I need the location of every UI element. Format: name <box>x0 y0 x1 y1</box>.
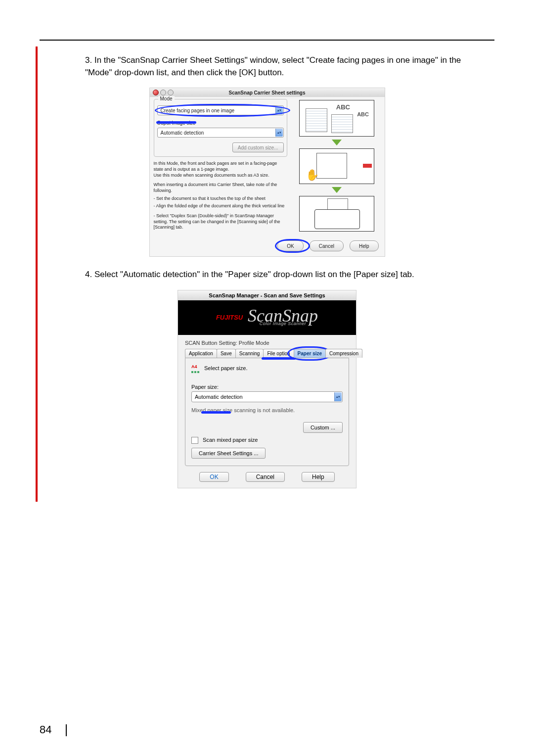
mode-label: Mode <box>158 96 175 101</box>
dropdown-arrows-icon: ▴▾ <box>334 392 342 401</box>
cancel-button[interactable]: Cancel <box>310 240 344 251</box>
mode-fieldset: Mode Create facing pages in one image ▴▾… <box>154 99 287 157</box>
dialog-right-pane: ABC ABC ✋ <box>291 97 385 237</box>
scansnap-logo: ScanSnap Color Image Scanner <box>248 310 318 325</box>
step-3-number: 3. <box>85 55 92 65</box>
info-bullet-1: - Set the document so that it touches th… <box>154 196 287 202</box>
step-4-number: 4. <box>85 270 92 279</box>
tab-compression[interactable]: Compression <box>325 349 362 358</box>
page-number: 84 <box>40 723 67 736</box>
output-size-value: Automatic detection <box>161 130 204 136</box>
output-size-label: Ouput image size <box>157 120 196 126</box>
tab-application[interactable]: Application <box>185 349 217 358</box>
abc-label-small: ABC <box>357 111 369 117</box>
settings-tabs: Application Save Scanning File option Pa… <box>185 349 349 358</box>
dialog-left-pane: Mode Create facing pages in one image ▴▾… <box>150 97 291 237</box>
step-4-text: Select "Automatic detection" in the "Pap… <box>94 270 414 279</box>
dialog-footer: OK Cancel Help <box>150 237 385 256</box>
step-4: 4. Select "Automatic detection" in the "… <box>85 269 490 281</box>
info-duplex: - Select "Duplex Scan (Double-sided)" in… <box>154 213 287 231</box>
paper-size-dropdown[interactable]: Automatic detection ▴▾ <box>191 391 343 402</box>
carrier-sheet-dialog: ScanSnap Carrier Sheet settings Mode Cre… <box>149 88 385 257</box>
step-3-text: In the "ScanSnap Carrier Sheet Settings"… <box>85 55 461 77</box>
dialog-titlebar: ScanSnap Carrier Sheet settings <box>150 88 385 97</box>
paper-size-icon <box>191 363 200 373</box>
tab-compression-label: Compression <box>329 351 358 356</box>
abc-label-large: ABC <box>336 103 350 111</box>
paper-size-field-label: Paper size: <box>191 384 343 390</box>
output-size-dropdown[interactable]: Automatic detection ▴▾ <box>157 128 284 138</box>
tab-scanning[interactable]: Scanning <box>235 349 264 358</box>
cancel-button[interactable]: Cancel <box>246 472 285 482</box>
highlight-mark <box>201 411 231 414</box>
figure-carrier-sheet-settings: ScanSnap Carrier Sheet settings Mode Cre… <box>40 88 494 257</box>
mode-dropdown[interactable]: Create facing pages in one image ▴▾ <box>157 105 284 115</box>
info-insert-note: When inserting a document into Carrier S… <box>154 182 287 193</box>
paper-size-value: Automatic detection <box>195 394 243 400</box>
ok-button[interactable]: OK <box>277 240 303 251</box>
dialog2-title: ScanSnap Manager - Scan and Save Setting… <box>178 290 356 300</box>
illustration-facing-pages: ABC ABC <box>299 100 374 137</box>
page-number-divider <box>66 724 67 736</box>
section-red-bar <box>36 47 38 502</box>
dropdown-arrows-icon: ▴▾ <box>275 129 283 137</box>
tab-paper-size[interactable]: Paper size <box>294 349 326 358</box>
dialog2-footer: OK Cancel Help <box>178 469 356 488</box>
help-button[interactable]: Help <box>350 240 379 251</box>
brand-banner: FUJITSU ScanSnap Color Image Scanner <box>178 300 356 335</box>
arrow-down-icon <box>332 187 342 193</box>
info-bullet-2: - Align the folded edge of the document … <box>154 203 287 209</box>
select-paper-label: Select paper size. <box>204 365 247 371</box>
mode-dropdown-value: Create facing pages in one image <box>161 108 235 113</box>
illustration-fold-document: ✋ <box>299 148 374 184</box>
profile-mode-label: SCAN Button Setting: Profile Mode <box>185 340 349 346</box>
add-custom-size-button[interactable]: Add custom size... <box>232 142 284 152</box>
arrow-down-icon <box>332 140 342 145</box>
fujitsu-logo: FUJITSU <box>216 314 243 321</box>
dialog-title: ScanSnap Carrier Sheet settings <box>150 90 385 95</box>
tab-save[interactable]: Save <box>217 349 236 358</box>
scan-mixed-label: Scan mixed paper size <box>203 437 258 443</box>
step-3: 3. In the "ScanSnap Carrier Sheet Settin… <box>85 54 490 79</box>
document-page: 3. In the "ScanSnap Carrier Sheet Settin… <box>0 0 534 756</box>
illustration-scanner <box>299 196 374 232</box>
figure-scan-save-settings: ScanSnap Manager - Scan and Save Setting… <box>40 290 494 488</box>
help-button[interactable]: Help <box>302 472 335 482</box>
mixed-not-available-note: Mixed paper size scanning is not availab… <box>191 407 343 413</box>
scan-save-dialog: ScanSnap Manager - Scan and Save Setting… <box>178 290 356 488</box>
scan-mixed-checkbox[interactable] <box>191 437 198 444</box>
custom-button[interactable]: Custom ... <box>303 422 343 433</box>
top-rule <box>40 40 494 41</box>
dropdown-arrows-icon: ▴▾ <box>275 106 283 114</box>
carrier-sheet-settings-button[interactable]: Carrier Sheet Settings ... <box>191 448 266 459</box>
ok-button[interactable]: OK <box>199 472 228 482</box>
info-mode-description: In this Mode, the front and back pages a… <box>154 161 287 178</box>
paper-size-pane: Select paper size. Paper size: Automatic… <box>185 358 349 466</box>
tab-file-option[interactable]: File option <box>263 349 294 358</box>
page-number-value: 84 <box>40 723 51 736</box>
